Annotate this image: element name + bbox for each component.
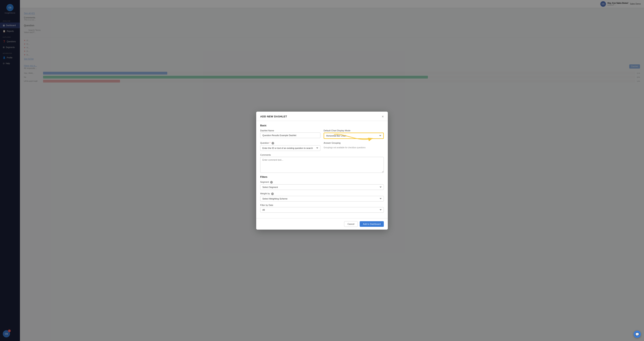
question-field-label: Question * ? [260,142,320,144]
required-star: * [270,142,270,144]
comments-field-label: Comments [260,154,322,156]
comments-textarea[interactable] [260,157,322,171]
modal-body: Basic Dashlet Name Default Chart Display… [256,121,322,171]
comments-field: Comments [260,154,322,171]
question-select[interactable]: Enter the ID or text of an existing ques… [260,145,320,151]
modal: ADD NEW DASHLET × Basic Dashlet Name Def… [256,112,322,171]
modal-header: ADD NEW DASHLET × [256,112,322,121]
basic-section-label: Basic [260,124,322,127]
question-field: Question * ? Enter the ID or text of an … [260,142,320,151]
dashlet-name-input[interactable] [260,133,320,138]
form-row-2: Question * ? Enter the ID or text of an … [260,142,322,151]
dashlet-name-label: Dashlet Name [260,129,320,132]
form-row-1: Dashlet Name Default Chart Display Mode … [260,129,322,139]
question-help-icon[interactable]: ? [272,142,274,144]
dashlet-name-field: Dashlet Name [260,129,320,139]
modal-title: ADD NEW DASHLET [260,115,287,118]
modal-overlay: ADD NEW DASHLET × Basic Dashlet Name Def… [0,0,322,170]
